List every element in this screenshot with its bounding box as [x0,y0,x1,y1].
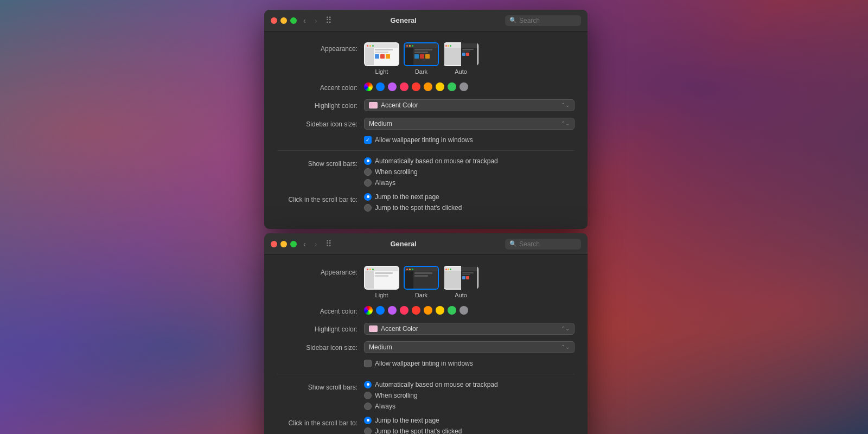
sidebar-size-dropdown-bottom[interactable]: Medium ⌃⌄ [364,341,575,353]
search-input-top[interactable] [519,17,573,24]
accent-orange-bottom[interactable] [424,306,432,315]
scroll-auto-row-top[interactable]: Automatically based on mouse or trackpad [364,157,575,165]
sidebar-size-control-top: Medium ⌃⌄ [364,118,575,130]
scroll-auto-radio-top[interactable] [364,157,372,165]
click-spot-row-top[interactable]: Jump to the spot that's clicked [364,204,575,212]
sidebar-size-dropdown-top[interactable]: Medium ⌃⌄ [364,118,575,130]
search-input-bottom[interactable] [519,240,573,248]
scroll-bars-row-bottom: Show scroll bars: Automatically based on… [277,381,575,410]
divider-bottom [277,374,575,374]
appearance-dark-top[interactable]: Dark [404,42,439,75]
appearance-dark-bottom[interactable]: Dark [404,266,439,298]
accent-color-row-top: Accent color: [277,81,575,93]
traffic-lights-top [271,17,297,24]
scroll-always-row-top[interactable]: Always [364,179,575,187]
accent-blue-top[interactable] [376,82,385,91]
highlight-dropdown-text-bottom: Accent Color [381,325,559,333]
scroll-auto-radio-bottom[interactable] [364,381,372,388]
click-spot-radio-top[interactable] [364,204,372,212]
scroll-bars-row-top: Show scroll bars: Automatically based on… [277,157,575,187]
accent-multicolor-top[interactable] [364,82,373,91]
accent-graphite-bottom[interactable] [459,306,468,315]
sidebar-size-row-top: Sidebar icon size: Medium ⌃⌄ [277,118,575,130]
accent-pink-bottom[interactable] [400,306,409,315]
scroll-bars-radio-group-bottom: Automatically based on mouse or trackpad… [364,381,575,410]
accent-graphite-top[interactable] [459,82,468,91]
scroll-when-row-top[interactable]: When scrolling [364,168,575,176]
dark-label-bottom: Dark [415,292,427,298]
appearance-auto-bottom[interactable]: Auto [443,266,478,298]
accent-green-bottom[interactable] [448,306,456,315]
appearance-light-bottom[interactable]: Light [364,266,399,298]
accent-orange-top[interactable] [424,82,432,91]
window-content-bottom: Appearance: [264,255,588,434]
window-title-bottom: General [306,240,501,248]
scroll-when-radio-top[interactable] [364,168,372,176]
auto-thumb-bottom [443,266,478,290]
accent-red-bottom[interactable] [412,306,420,315]
scroll-always-radio-top[interactable] [364,179,372,187]
wallpaper-tinting-row-bottom: Allow wallpaper tinting in windows [277,360,575,367]
accent-color-label-bottom: Accent color: [277,305,364,316]
wallpaper-checkbox-row-top: ✓ Allow wallpaper tinting in windows [364,136,575,144]
light-thumb-bottom [364,266,399,290]
close-button-bottom[interactable] [271,241,277,247]
click-spot-radio-bottom[interactable] [364,427,372,434]
accent-red-top[interactable] [412,82,420,91]
scroll-bars-control-top: Automatically based on mouse or trackpad… [364,157,575,187]
accent-yellow-bottom[interactable] [436,306,444,315]
highlight-color-control-top: Accent Color ⌃⌄ [364,99,575,111]
appearance-light-top[interactable]: Light [364,42,399,75]
click-next-page-row-top[interactable]: Jump to the next page [364,193,575,201]
click-scroll-row-top: Click in the scroll bar to: Jump to the … [277,193,575,212]
click-spot-row-bottom[interactable]: Jump to the spot that's clicked [364,427,575,434]
scroll-auto-label-top: Automatically based on mouse or trackpad [375,157,498,165]
wallpaper-tinting-spacer-bottom [277,360,364,362]
appearance-auto-top[interactable]: Auto [443,42,478,75]
maximize-button-bottom[interactable] [290,241,297,247]
accent-green-top[interactable] [448,82,456,91]
search-box-top[interactable]: 🔍 [505,15,581,26]
appearance-control-bottom: Light [364,266,575,298]
scroll-always-radio-bottom[interactable] [364,403,372,410]
accent-yellow-top[interactable] [436,82,444,91]
auto-label-bottom: Auto [455,292,467,298]
highlight-color-row-bottom: Highlight color: Accent Color ⌃⌄ [277,323,575,335]
wallpaper-tinting-control-bottom: Allow wallpaper tinting in windows [364,360,575,367]
light-thumb-top [364,42,399,66]
maximize-button-top[interactable] [290,17,297,24]
wallpaper-tinting-control-top: ✓ Allow wallpaper tinting in windows [364,136,575,144]
scroll-when-row-bottom[interactable]: When scrolling [364,392,575,399]
minimize-button-bottom[interactable] [280,241,287,247]
window-content-top: Appearance: [264,31,588,229]
accent-color-label-top: Accent color: [277,81,364,93]
close-button-top[interactable] [271,17,277,24]
highlight-color-label-top: Highlight color: [277,99,364,111]
click-scroll-row-bottom: Click in the scroll bar to: Jump to the … [277,417,575,434]
scroll-when-label-top: When scrolling [375,168,418,176]
click-next-page-radio-bottom[interactable] [364,417,372,424]
accent-pink-top[interactable] [400,82,409,91]
scroll-auto-row-bottom[interactable]: Automatically based on mouse or trackpad [364,381,575,388]
wallpaper-tinting-text-top: Allow wallpaper tinting in windows [375,136,473,144]
accent-purple-bottom[interactable] [388,306,397,315]
click-next-page-radio-top[interactable] [364,193,372,201]
wallpaper-tinting-checkbox-bottom[interactable] [364,360,372,367]
click-next-page-row-bottom[interactable]: Jump to the next page [364,417,575,424]
accent-purple-top[interactable] [388,82,397,91]
wallpaper-checkbox-row-bottom: Allow wallpaper tinting in windows [364,360,575,367]
sidebar-size-text-bottom: Medium [369,343,559,351]
accent-blue-bottom[interactable] [376,306,385,315]
minimize-button-top[interactable] [280,17,287,24]
light-label-top: Light [375,68,388,75]
scroll-when-radio-bottom[interactable] [364,392,372,399]
highlight-color-dropdown-bottom[interactable]: Accent Color ⌃⌄ [364,323,575,335]
wallpaper-tinting-checkbox-top[interactable]: ✓ [364,136,372,144]
search-box-bottom[interactable]: 🔍 [505,239,581,250]
appearance-control-top: Light [364,42,575,75]
dark-thumb-top [404,42,439,66]
highlight-color-dropdown-top[interactable]: Accent Color ⌃⌄ [364,99,575,111]
scroll-always-row-bottom[interactable]: Always [364,403,575,410]
traffic-lights-bottom [271,241,297,247]
accent-multicolor-bottom[interactable] [364,306,373,315]
